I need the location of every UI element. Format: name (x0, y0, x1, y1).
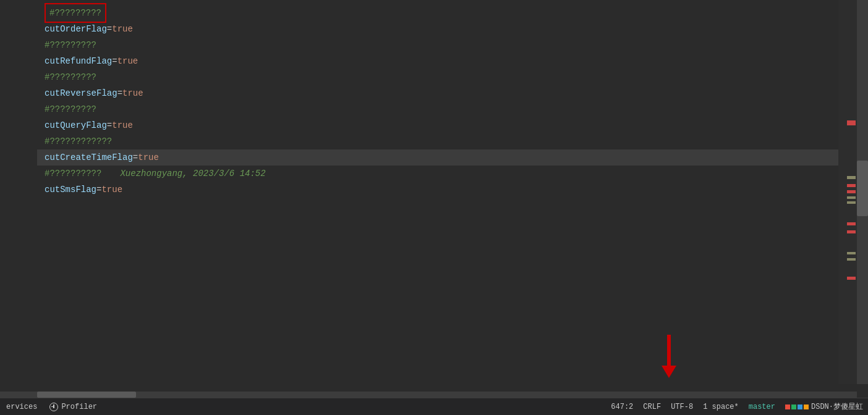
code-line-9: #???????????? (37, 133, 857, 149)
line-ending[interactable]: CRLF (638, 398, 666, 415)
comment-11: #?????????? (45, 166, 101, 182)
code-lines: #????????? cutOrderFlag=true #????????? … (0, 0, 857, 203)
indentation-text: 1 space* (703, 403, 739, 411)
scrollbar-thumb[interactable] (857, 161, 868, 216)
selected-comment-1: #????????? (45, 3, 106, 23)
mini-indicator-6 (847, 201, 856, 204)
key-4: cutRefundFlag (45, 53, 112, 69)
annotation-11: Xuezhongyang, 2023/3/6 14:52 (120, 166, 265, 182)
logo-area: DSDN·梦傻星虹 (780, 398, 868, 415)
logo-text: DSDN·梦傻星虹 (811, 401, 863, 412)
status-bar-left: ervices Profiler (0, 398, 103, 415)
mini-indicator-5 (847, 196, 856, 199)
horizontal-scrollbar[interactable] (0, 392, 857, 398)
logo-blue (798, 405, 802, 409)
code-line-5: #????????? (37, 69, 857, 85)
val-6: true (122, 85, 143, 101)
val-4: true (117, 53, 138, 69)
val-8: true (112, 117, 133, 133)
profiler-item[interactable]: Profiler (43, 398, 103, 415)
indentation[interactable]: 1 space* (698, 398, 744, 415)
status-bar: ervices Profiler 647:2 CRLF UTF-8 1 spac… (0, 398, 868, 415)
code-line-12: cutSmsFlag=true (37, 182, 857, 198)
crlf-text: CRLF (643, 403, 661, 411)
code-line-1: #????????? (37, 5, 857, 21)
code-line-3: #????????? (37, 37, 857, 53)
code-line-4: cutRefundFlag=true (37, 53, 857, 69)
vertical-scrollbar[interactable] (857, 0, 868, 384)
logo-yellow (804, 405, 809, 409)
status-bar-right: 647:2 CRLF UTF-8 1 space* master DSDN·梦傻… (606, 398, 868, 415)
comment-5: #????????? (45, 69, 96, 85)
mini-indicator-4 (847, 190, 856, 193)
mini-indicator-9 (847, 252, 856, 254)
comment-3: #????????? (45, 37, 96, 53)
key-10: cutCreateTimeFlag (45, 149, 133, 166)
minimap-panel (838, 0, 857, 384)
key-8: cutQueryFlag (45, 117, 107, 133)
mini-indicator-2 (847, 176, 856, 179)
logo-red (785, 405, 790, 409)
mini-indicator-3 (847, 184, 856, 187)
code-line-8: cutQueryFlag=true (37, 117, 857, 133)
code-line-6: cutReverseFlag=true (37, 85, 857, 101)
code-line-7: #????????? (37, 101, 857, 117)
key-6: cutReverseFlag (45, 85, 117, 101)
val-2: true (112, 21, 133, 37)
encoding[interactable]: UTF-8 (666, 398, 698, 415)
profiler-label: Profiler (61, 403, 97, 411)
branch-text: master (749, 403, 775, 411)
comment-7: #????????? (45, 101, 96, 117)
logo-green (791, 405, 796, 409)
encoding-text: UTF-8 (671, 403, 693, 411)
mini-indicator-7 (847, 222, 856, 225)
profiler-icon (49, 403, 58, 411)
h-scrollbar-thumb[interactable] (37, 392, 136, 398)
cursor-position[interactable]: 647:2 (606, 398, 638, 415)
comment-9: #???????????? (45, 133, 112, 149)
mini-indicator-10 (847, 258, 856, 261)
key-12: cutSmsFlag (45, 182, 96, 198)
editor-area: #????????? cutOrderFlag=true #????????? … (0, 0, 857, 384)
mini-indicator-8 (847, 230, 856, 233)
val-12: true (101, 182, 122, 198)
val-10: true (138, 149, 159, 166)
services-item[interactable]: ervices (0, 398, 43, 415)
git-branch[interactable]: master (744, 398, 780, 415)
key-2: cutOrderFlag (45, 21, 107, 37)
code-line-2: cutOrderFlag=true (37, 21, 857, 37)
services-label: ervices (6, 403, 37, 411)
code-line-11: #?????????? Xuezhongyang, 2023/3/6 14:52 (37, 166, 857, 182)
mini-indicator-1 (847, 120, 856, 125)
mini-indicator-11 (847, 277, 856, 280)
position-text: 647:2 (611, 403, 633, 411)
code-line-10: cutCreateTimeFlag=true (37, 149, 857, 166)
